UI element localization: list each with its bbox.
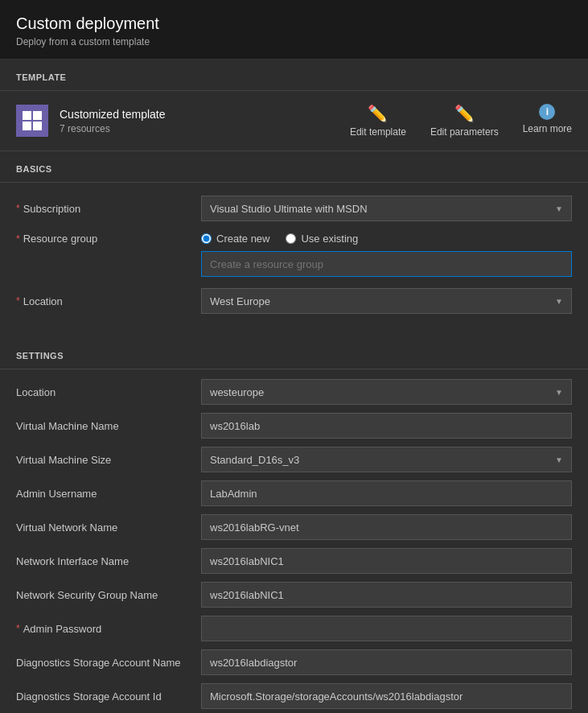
settings-nic-name-label: Network Interface Name	[16, 555, 201, 567]
settings-nic-name-control	[201, 548, 572, 574]
settings-vnet-name-input[interactable]	[201, 514, 572, 540]
settings-diag-storage-id-label: Diagnostics Storage Account Id	[16, 690, 201, 703]
template-icon	[16, 105, 48, 137]
settings-admin-username-label: Admin Username	[16, 488, 201, 500]
settings-vm-name-control	[201, 413, 572, 439]
settings-location-arrow-icon: ▼	[555, 388, 563, 397]
resource-group-options: Create new Use existing	[201, 233, 572, 245]
subscription-row: * Subscription Visual Studio Ultimate wi…	[16, 196, 572, 221]
subscription-required-star: *	[16, 203, 20, 214]
settings-admin-password-label: *Admin Password	[16, 623, 201, 635]
settings-admin-password-label-text: Admin Password	[23, 623, 102, 635]
settings-location-dropdown[interactable]: westeurope▼	[201, 379, 572, 405]
settings-vm-name-row: Virtual Machine Name	[16, 413, 572, 439]
settings-vnet-name-row: Virtual Network Name	[16, 514, 572, 540]
settings-vm-size-row: Virtual Machine SizeStandard_D16s_v3▼	[16, 447, 572, 472]
edit-parameters-button[interactable]: ✏️ Edit parameters	[430, 104, 499, 138]
location-required-star: *	[16, 295, 20, 307]
settings-vm-name-label: Virtual Machine Name	[16, 420, 201, 432]
template-name: Customized template	[60, 108, 166, 121]
edit-parameters-icon: ✏️	[454, 104, 475, 123]
subscription-label: * Subscription	[16, 203, 201, 215]
location-dropdown[interactable]: West Europe ▼	[201, 288, 572, 314]
settings-diag-storage-name-label: Diagnostics Storage Account Name	[16, 657, 201, 669]
location-arrow-icon: ▼	[555, 297, 563, 306]
location-control: West Europe ▼	[201, 288, 572, 314]
settings-admin-username-row: Admin Username	[16, 480, 572, 506]
settings-admin-password-required-star: *	[16, 623, 20, 634]
settings-admin-password-row: *Admin Password	[16, 616, 572, 641]
settings-fields: Locationwesteurope▼Virtual Machine NameV…	[16, 379, 572, 709]
settings-section: Locationwesteurope▼Virtual Machine NameV…	[0, 369, 588, 713]
create-new-option[interactable]: Create new	[201, 233, 269, 245]
settings-vm-name-input[interactable]	[201, 413, 572, 439]
settings-diag-storage-id-control	[201, 683, 572, 709]
settings-nsg-name-input[interactable]	[201, 582, 572, 608]
template-resources: 7 resources	[60, 123, 166, 134]
settings-vm-size-label: Virtual Machine Size	[16, 454, 201, 466]
resource-group-input-wrapper	[201, 251, 572, 277]
learn-more-button[interactable]: i Learn more	[523, 104, 572, 138]
basics-section: * Subscription Visual Studio Ultimate wi…	[0, 183, 588, 338]
settings-admin-username-input[interactable]	[201, 480, 572, 506]
settings-diag-storage-name-control	[201, 649, 572, 675]
resource-group-required-star: *	[16, 233, 20, 245]
settings-vm-name-label-text: Virtual Machine Name	[16, 420, 119, 432]
settings-vm-size-label-text: Virtual Machine Size	[16, 454, 111, 466]
settings-vm-size-dropdown[interactable]: Standard_D16s_v3▼	[201, 447, 572, 472]
settings-diag-storage-id-input[interactable]	[201, 683, 572, 709]
location-value: West Europe	[210, 295, 270, 307]
settings-nsg-name-label-text: Network Security Group Name	[16, 589, 158, 601]
page-subtitle: Deploy from a custom template	[16, 36, 572, 47]
settings-nsg-name-label: Network Security Group Name	[16, 589, 201, 601]
resource-group-row: * Resource group Create new Use existing	[16, 233, 572, 277]
settings-diag-storage-id-row: Diagnostics Storage Account Id	[16, 683, 572, 709]
settings-nsg-name-row: Network Security Group Name	[16, 582, 572, 608]
template-section-header: TEMPLATE	[0, 60, 588, 91]
settings-vnet-name-label: Virtual Network Name	[16, 521, 201, 534]
location-row: * Location West Europe ▼	[16, 288, 572, 314]
learn-more-label: Learn more	[523, 123, 572, 134]
template-actions: ✏️ Edit template ✏️ Edit parameters i Le…	[350, 104, 572, 138]
settings-diag-storage-name-row: Diagnostics Storage Account Name	[16, 649, 572, 675]
learn-more-icon: i	[539, 104, 555, 120]
settings-admin-username-control	[201, 480, 572, 506]
settings-admin-password-control	[201, 616, 572, 641]
template-details: Customized template 7 resources	[60, 108, 166, 134]
template-info-row: Customized template 7 resources ✏️ Edit …	[0, 91, 588, 151]
settings-nic-name-input[interactable]	[201, 548, 572, 574]
settings-location-label-text: Location	[16, 386, 56, 398]
edit-template-button[interactable]: ✏️ Edit template	[350, 104, 406, 138]
settings-location-label: Location	[16, 386, 201, 398]
resource-group-label: * Resource group	[16, 233, 201, 245]
edit-template-icon: ✏️	[368, 104, 388, 123]
settings-admin-username-label-text: Admin Username	[16, 488, 97, 500]
top-bar: Custom deployment Deploy from a custom t…	[0, 0, 588, 60]
settings-diag-storage-name-input[interactable]	[201, 649, 572, 675]
resource-group-input[interactable]	[201, 251, 572, 277]
use-existing-option[interactable]: Use existing	[286, 233, 358, 245]
settings-location-row: Locationwesteurope▼	[16, 379, 572, 405]
settings-section-header: SETTINGS	[0, 338, 588, 369]
template-grid-icon	[23, 111, 42, 130]
settings-diag-storage-id-label-text: Diagnostics Storage Account Id	[16, 690, 162, 703]
settings-vm-size-arrow-icon: ▼	[555, 455, 563, 464]
settings-nic-name-row: Network Interface Name	[16, 548, 572, 574]
edit-parameters-label: Edit parameters	[430, 126, 499, 138]
page-title: Custom deployment	[16, 14, 572, 33]
settings-nsg-name-control	[201, 582, 572, 608]
use-existing-radio[interactable]	[286, 233, 296, 244]
subscription-dropdown[interactable]: Visual Studio Ultimate with MSDN ▼	[201, 196, 572, 221]
subscription-arrow-icon: ▼	[555, 204, 563, 213]
settings-diag-storage-name-label-text: Diagnostics Storage Account Name	[16, 657, 181, 669]
settings-vnet-name-label-text: Virtual Network Name	[16, 521, 117, 534]
settings-nic-name-label-text: Network Interface Name	[16, 555, 129, 567]
use-existing-label: Use existing	[301, 233, 358, 245]
subscription-control: Visual Studio Ultimate with MSDN ▼	[201, 196, 572, 221]
settings-admin-password-input[interactable]	[201, 616, 572, 641]
edit-template-label: Edit template	[350, 126, 406, 138]
settings-location-value: westeurope	[210, 386, 264, 398]
settings-vm-size-control: Standard_D16s_v3▼	[201, 447, 572, 472]
create-new-radio[interactable]	[201, 233, 212, 244]
location-label: * Location	[16, 295, 201, 307]
